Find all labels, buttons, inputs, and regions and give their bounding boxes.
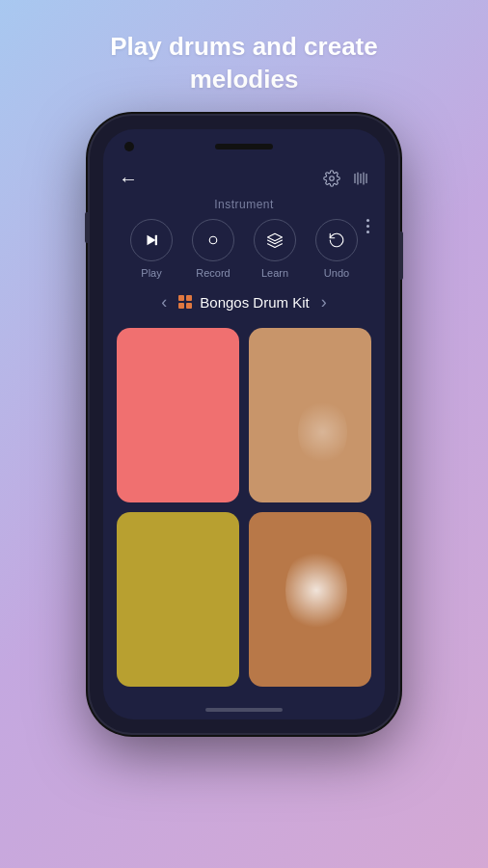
drum-pad-1[interactable]: [117, 328, 239, 502]
record-label: Record: [196, 267, 230, 279]
more-menu[interactable]: [366, 219, 369, 233]
home-indicator: [103, 700, 385, 719]
undo-label: Undo: [324, 267, 349, 279]
grid-icon: [178, 295, 192, 309]
app-header: ←: [103, 164, 385, 198]
play-circle: [130, 219, 173, 261]
library-icon[interactable]: [352, 170, 369, 187]
phone-top-bar: [103, 129, 385, 164]
svg-point-8: [209, 236, 217, 244]
dot-2: [366, 225, 369, 228]
svg-point-0: [330, 176, 335, 181]
prev-instrument-button[interactable]: ‹: [161, 292, 167, 312]
svg-marker-6: [148, 234, 156, 245]
next-instrument-button[interactable]: ›: [321, 292, 327, 312]
learn-label: Learn: [261, 267, 288, 279]
undo-button[interactable]: Undo: [315, 219, 358, 279]
headline: Play drums and create melodies: [71, 31, 416, 96]
undo-circle: [315, 219, 358, 261]
headline-line1: Play drums and create: [110, 32, 377, 61]
speaker-bar: [215, 144, 273, 149]
play-button[interactable]: Play: [130, 219, 173, 279]
drum-pad-3[interactable]: [117, 512, 239, 687]
drum-pad-4[interactable]: [249, 512, 371, 687]
learn-button[interactable]: Learn: [254, 219, 296, 279]
instrument-section-label: Instrument: [103, 198, 385, 211]
learn-circle: [254, 219, 296, 261]
phone-device: ← Instrument: [90, 116, 398, 733]
instrument-name: Bongos Drum Kit: [178, 294, 309, 311]
headline-line2: melodies: [190, 65, 299, 94]
phone-screen: ← Instrument: [103, 129, 385, 719]
dot-1: [366, 219, 369, 222]
drum-pad-2[interactable]: [249, 328, 371, 502]
header-icons: [323, 170, 369, 187]
instrument-selector: ‹ Bongos Drum Kit ›: [103, 292, 385, 312]
back-button[interactable]: ←: [119, 168, 138, 190]
home-bar: [205, 708, 283, 712]
controls-row: Play Record: [103, 219, 385, 279]
svg-rect-7: [155, 234, 157, 245]
dot-3: [366, 231, 369, 233]
record-button[interactable]: Record: [192, 219, 234, 279]
pads-container: [103, 320, 385, 700]
camera-dot: [124, 142, 134, 151]
record-circle: [192, 219, 234, 261]
settings-icon[interactable]: [323, 170, 340, 187]
play-label: Play: [141, 267, 161, 279]
